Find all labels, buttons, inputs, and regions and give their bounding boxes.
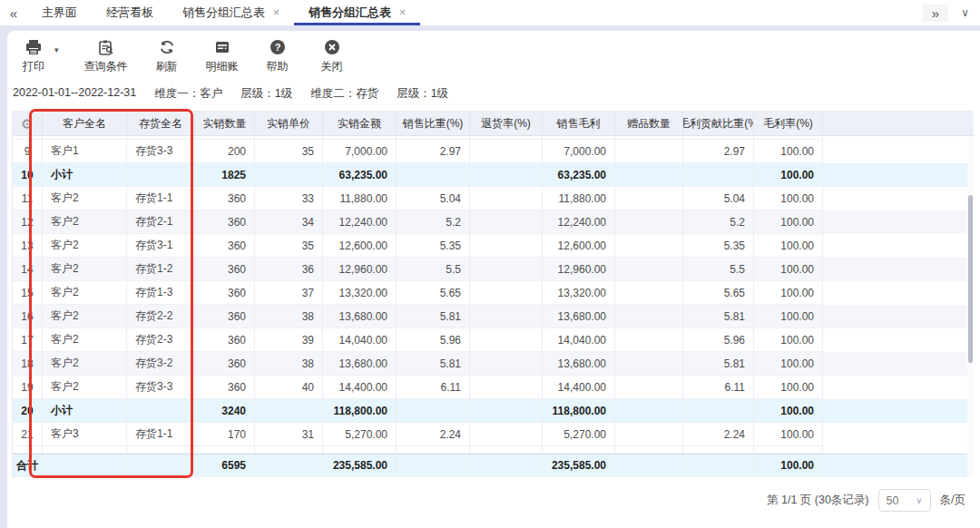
table-row[interactable]: 13客户2存货3-13603512,600.005.3512,600.005.3…: [13, 234, 974, 258]
column-header[interactable]: 实销金额: [323, 112, 397, 135]
cell: 100.00: [754, 187, 823, 210]
table-row[interactable]: 17客户2存货2-33603914,040.005.9614,040.005.9…: [13, 328, 974, 352]
column-header[interactable]: 客户全名: [43, 112, 127, 135]
tab-menu-chevron-down-icon[interactable]: ∨: [961, 6, 969, 19]
row-number-cell: [13, 446, 43, 454]
tab-label: 销售分组汇总表: [309, 5, 391, 21]
column-header[interactable]: 实销数量: [195, 112, 255, 135]
cell: 39: [255, 328, 323, 352]
refresh-button[interactable]: 刷新: [152, 38, 182, 74]
cell: 5.5: [397, 258, 470, 281]
tab-list: 主界面经营看板销售分组汇总表×销售分组汇总表×: [27, 0, 420, 25]
tab[interactable]: 经营看板: [92, 0, 168, 25]
page-size-select[interactable]: 50 ∨: [878, 489, 931, 512]
cell: 37: [255, 281, 323, 305]
cell: [43, 455, 127, 477]
table-row[interactable]: 12客户2存货2-13603412,240.005.212,240.005.21…: [13, 210, 974, 234]
cell: 34: [255, 210, 323, 234]
column-header[interactable]: 退货率(%): [470, 112, 543, 135]
table-row[interactable]: 11客户2存货1-13603311,880.005.0411,880.005.0…: [13, 187, 974, 210]
table-row[interactable]: 14客户2存货1-23603612,960.005.512,960.005.51…: [13, 258, 974, 281]
cell: 11,880.00: [323, 187, 397, 210]
cell: [470, 258, 543, 281]
cell: [470, 455, 543, 477]
cell: [127, 163, 195, 187]
cell: [615, 163, 683, 187]
cell: 5.35: [683, 234, 754, 258]
cell: 14,040.00: [543, 328, 615, 352]
cell: 12,600.00: [323, 234, 397, 258]
cell: [543, 446, 615, 454]
print-dropdown-caret-icon[interactable]: ▾: [54, 45, 59, 54]
cell: [754, 446, 823, 454]
page-size-unit: 条/页: [940, 493, 965, 508]
tab-label: 销售分组汇总表: [182, 5, 265, 21]
subtotal-row[interactable]: 20小计3240118,800.00118,800.00100.00: [13, 399, 974, 423]
cell: 5.96: [683, 328, 754, 352]
refresh-label: 刷新: [156, 59, 178, 74]
cell: [615, 140, 683, 163]
cell: 2.97: [397, 140, 470, 163]
cell: 360: [195, 187, 255, 210]
column-header[interactable]: 毛利贡献比重(%: [683, 112, 754, 135]
cell: 235,585.00: [323, 455, 397, 477]
table-body: 9客户1存货3-3200357,000.002.977,000.002.9710…: [12, 136, 974, 477]
column-header[interactable]: 存货全名: [127, 112, 195, 135]
cell: [397, 455, 470, 477]
header-filler: [823, 112, 974, 135]
cell: 5.5: [683, 258, 754, 281]
expand-tabs-icon[interactable]: »: [923, 5, 948, 22]
cell: [615, 328, 683, 352]
level-two: 层级：1级: [397, 86, 448, 102]
cell: 100.00: [754, 328, 823, 352]
clipboard-search-icon: [97, 38, 115, 56]
table-row[interactable]: 9客户1存货3-3200357,000.002.977,000.002.9710…: [13, 140, 974, 163]
cell: 客户2: [43, 328, 127, 352]
table-row[interactable]: 19客户2存货3-33604014,400.006.1114,400.006.1…: [13, 376, 974, 399]
print-label: 打印: [23, 59, 44, 74]
cell: 11,880.00: [543, 187, 615, 210]
page-size-value: 50: [887, 494, 899, 507]
cell: 存货3-2: [127, 352, 195, 376]
row-number-cell: 12: [13, 210, 43, 234]
table-row[interactable]: 21客户3存货1-1170315,270.002.245,270.002.241…: [13, 423, 974, 446]
column-header[interactable]: 赠品数量: [615, 112, 683, 135]
close-button[interactable]: 关闭: [317, 38, 348, 74]
cell: [470, 399, 543, 423]
total-row[interactable]: 合计6595235,585.00235,585.00100.00: [13, 454, 974, 477]
tab[interactable]: 销售分组汇总表×: [168, 0, 294, 25]
cell: 7,000.00: [543, 140, 615, 163]
tab-close-icon[interactable]: ×: [399, 6, 406, 19]
table-row[interactable]: 15客户2存货1-33603713,320.005.6513,320.005.6…: [13, 281, 974, 305]
cell: 5.2: [397, 210, 470, 234]
column-header[interactable]: 毛利率(%): [754, 112, 823, 135]
detail-ledger-button[interactable]: 明细账: [206, 38, 239, 74]
gear-icon[interactable]: ⚙: [21, 117, 33, 131]
close-circle-icon: [323, 38, 341, 56]
tab-bar-right: » ∨: [923, 0, 980, 25]
query-conditions-button[interactable]: 查询条件: [84, 38, 128, 74]
column-header[interactable]: 销售毛利: [543, 112, 615, 135]
tab[interactable]: 主界面: [27, 0, 92, 25]
column-header[interactable]: 销售比重(%): [397, 112, 470, 135]
cell: [127, 455, 195, 477]
table-row[interactable]: 18客户2存货3-23603813,680.005.8113,680.005.8…: [13, 352, 974, 376]
collapse-tabs-icon[interactable]: «: [0, 0, 27, 25]
subtotal-row[interactable]: 10小计182563,235.0063,235.00100.00: [13, 163, 974, 187]
cell: 5.04: [397, 187, 470, 210]
tab[interactable]: 销售分组汇总表×: [294, 0, 420, 25]
settings-column-header[interactable]: ⚙: [13, 112, 43, 135]
print-button[interactable]: 打印: [18, 38, 49, 74]
tab-label: 主界面: [42, 5, 77, 21]
help-button[interactable]: ? 帮助: [262, 38, 293, 74]
cell: [615, 446, 683, 454]
table-row[interactable]: 16客户2存货2-23603813,680.005.8113,680.005.8…: [13, 305, 974, 328]
tab-close-icon[interactable]: ×: [273, 6, 279, 19]
cell: 100.00: [754, 376, 823, 399]
row-number-cell: 14: [13, 258, 43, 281]
cell: [397, 446, 470, 454]
cell: 38: [255, 305, 323, 328]
column-header[interactable]: 实销单价: [255, 112, 323, 135]
row-number-cell: 16: [13, 305, 43, 328]
vertical-scrollbar-thumb[interactable]: [968, 195, 973, 363]
